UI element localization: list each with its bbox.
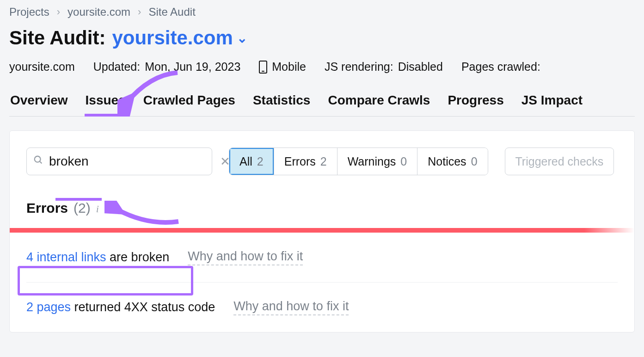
filter-errors-label: Errors: [284, 155, 316, 168]
tab-overview[interactable]: Overview: [9, 93, 69, 116]
filter-warnings-label: Warnings: [348, 155, 396, 168]
search-box: ✕: [26, 148, 212, 175]
issue-row: 4 internal links are broken Why and how …: [26, 233, 618, 282]
section-divider: [10, 228, 634, 233]
issue-text: 4 internal links are broken: [26, 250, 169, 265]
breadcrumb-projects[interactable]: Projects: [9, 6, 49, 18]
issue-text: 2 pages returned 4XX status code: [26, 300, 215, 314]
fix-hint-link[interactable]: Why and how to fix it: [233, 299, 349, 315]
meta-row: yoursite.com Updated: Mon, Jun 19, 2023 …: [9, 60, 635, 74]
issues-panel: ✕ All 2 Errors 2 Warnings 0 Notices 0: [9, 130, 635, 332]
issue-row: 2 pages returned 4XX status code Why and…: [26, 282, 618, 332]
chevron-down-icon[interactable]: ⌄: [237, 31, 247, 46]
filter-errors[interactable]: Errors 2: [274, 148, 337, 175]
issue-rest: are broken: [106, 250, 170, 264]
search-input[interactable]: [49, 154, 215, 169]
tabs: Overview Issues Crawled Pages Statistics…: [9, 93, 635, 117]
errors-heading-label: Errors: [26, 200, 68, 216]
meta-pages-label: Pages crawled:: [461, 60, 540, 74]
filter-notices-label: Notices: [428, 155, 466, 168]
meta-js-label: JS rendering:: [325, 60, 393, 74]
breadcrumb-section[interactable]: Site Audit: [148, 6, 195, 18]
filter-all[interactable]: All 2: [229, 148, 274, 175]
chevron-right-icon: ›: [138, 6, 141, 18]
mobile-icon: [259, 61, 267, 74]
breadcrumb-domain[interactable]: yoursite.com: [67, 6, 130, 18]
search-icon: [33, 155, 43, 168]
meta-pages-crawled: Pages crawled:: [461, 60, 540, 74]
page-title: Site Audit: yoursite.com ⌄: [9, 27, 635, 49]
errors-heading: Errors (2) i: [26, 200, 618, 216]
svg-point-0: [35, 156, 41, 162]
meta-updated-value: Mon, Jun 19, 2023: [145, 60, 240, 74]
tab-compare-crawls[interactable]: Compare Crawls: [327, 93, 431, 116]
svg-line-1: [40, 161, 42, 164]
meta-updated: Updated: Mon, Jun 19, 2023: [93, 60, 241, 74]
meta-device-label: Mobile: [272, 60, 306, 74]
meta-js-rendering: JS rendering: Disabled: [325, 60, 443, 74]
filter-all-label: All: [239, 155, 252, 168]
filter-notices[interactable]: Notices 0: [417, 148, 487, 175]
fix-hint-link[interactable]: Why and how to fix it: [188, 249, 303, 265]
triggered-checks-button[interactable]: Triggered checks: [505, 148, 614, 175]
tab-js-impact[interactable]: JS Impact: [521, 93, 583, 116]
page-title-label: Site Audit:: [9, 27, 105, 49]
filter-group: All 2 Errors 2 Warnings 0 Notices 0: [229, 148, 488, 175]
filter-warnings[interactable]: Warnings 0: [337, 148, 417, 175]
meta-js-value: Disabled: [398, 60, 443, 74]
tab-statistics[interactable]: Statistics: [252, 93, 312, 116]
filter-all-count: 2: [257, 155, 264, 168]
tab-progress[interactable]: Progress: [447, 93, 504, 116]
issue-rest: returned 4XX status code: [71, 300, 215, 314]
tab-issues[interactable]: Issues: [85, 93, 127, 116]
chevron-right-icon: ›: [57, 6, 60, 18]
breadcrumb: Projects › yoursite.com › Site Audit: [9, 6, 635, 18]
meta-domain: yoursite.com: [9, 60, 75, 74]
issue-link[interactable]: 4 internal links: [26, 250, 106, 264]
page-title-domain[interactable]: yoursite.com: [112, 27, 233, 49]
filter-errors-count: 2: [320, 155, 327, 168]
info-icon[interactable]: i: [96, 203, 106, 213]
issues-list: 4 internal links are broken Why and how …: [26, 233, 618, 332]
meta-updated-label: Updated:: [93, 60, 140, 74]
issue-link[interactable]: 2 pages: [26, 300, 71, 314]
meta-device: Mobile: [259, 60, 306, 74]
errors-heading-count: (2): [74, 200, 91, 216]
tab-crawled-pages[interactable]: Crawled Pages: [142, 93, 236, 116]
filter-notices-count: 0: [471, 155, 478, 168]
filter-warnings-count: 0: [400, 155, 407, 168]
